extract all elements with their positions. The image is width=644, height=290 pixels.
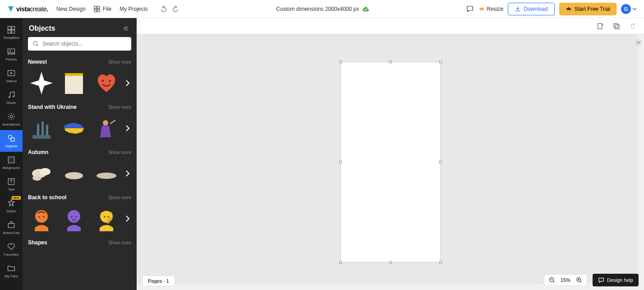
object-kid-yellow[interactable]	[93, 205, 120, 232]
nav-background[interactable]: Bckground	[0, 152, 23, 173]
show-more-shapes[interactable]: Show more	[108, 240, 131, 245]
svg-rect-3	[97, 9, 100, 11]
object-ukraine-map[interactable]	[60, 115, 87, 142]
object-clouds-1[interactable]	[28, 160, 55, 187]
next-arrow-icon[interactable]	[123, 169, 132, 178]
search-input[interactable]	[42, 41, 127, 47]
svg-point-12	[13, 96, 14, 97]
nav-text[interactable]: Text	[0, 173, 23, 195]
resize-handle[interactable]	[339, 161, 342, 164]
svg-rect-27	[41, 122, 44, 135]
svg-point-11	[9, 96, 10, 98]
object-star[interactable]	[28, 70, 55, 97]
crown-icon	[566, 6, 572, 12]
nav-favorites[interactable]: Favorites	[0, 239, 23, 260]
show-more-newest[interactable]: Show more	[108, 60, 131, 65]
grid-icon	[94, 6, 100, 12]
resize-handle[interactable]	[439, 61, 442, 63]
nav-photos[interactable]: Photos	[0, 43, 23, 65]
document-title[interactable]: Custom dimensions 2000x4000 px	[276, 6, 369, 12]
svg-point-29	[103, 120, 108, 126]
delete-icon	[629, 22, 637, 30]
download-button[interactable]: Download	[508, 3, 554, 15]
object-heart-face[interactable]	[93, 70, 120, 97]
pages-button[interactable]: Pages · 1	[142, 276, 175, 286]
undo-icon[interactable]	[160, 5, 168, 13]
objects-panel: Objects NewestShow more Stand with Ukrai…	[23, 18, 137, 290]
object-kid-purple[interactable]	[60, 205, 87, 232]
nav-animations[interactable]: Animations	[0, 108, 23, 130]
nav-music[interactable]: Music	[0, 87, 23, 108]
nav-videos[interactable]: Videos	[0, 65, 23, 87]
svg-point-23	[102, 80, 104, 82]
styles-icon	[7, 199, 16, 208]
scrollbar-vertical[interactable]	[638, 34, 644, 290]
duplicate-icon[interactable]	[612, 22, 621, 30]
next-arrow-icon[interactable]	[123, 79, 132, 88]
svg-rect-19	[8, 224, 14, 228]
svg-rect-44	[598, 23, 602, 29]
resize-button[interactable]: Resize	[478, 6, 504, 12]
nav-rail: Templates Photos Videos Music Animations…	[0, 18, 23, 290]
file-menu[interactable]: File	[94, 6, 111, 12]
svg-point-14	[8, 113, 14, 119]
object-note[interactable]	[60, 70, 87, 97]
resize-handle[interactable]	[339, 261, 342, 264]
show-more-school[interactable]: Show more	[108, 195, 131, 200]
objects-icon	[7, 134, 16, 143]
panel-title: Objects	[29, 24, 55, 33]
search-objects[interactable]	[28, 37, 131, 51]
category-newest: Newest	[28, 59, 47, 65]
account-menu[interactable]: G	[621, 4, 637, 14]
svg-point-15	[8, 135, 12, 139]
new-design-link[interactable]: New Design	[56, 6, 86, 12]
svg-point-42	[104, 216, 106, 218]
nav-styles[interactable]: NEWStyles	[0, 195, 23, 217]
svg-rect-4	[8, 27, 11, 30]
next-arrow-icon[interactable]	[123, 214, 132, 223]
svg-rect-25	[32, 135, 51, 139]
add-page-icon[interactable]	[596, 22, 604, 30]
resize-handle[interactable]	[439, 261, 442, 264]
object-musician[interactable]	[93, 115, 120, 142]
object-kid-orange[interactable]	[28, 205, 55, 232]
object-statue[interactable]	[28, 115, 55, 142]
gear-icon[interactable]	[635, 39, 642, 46]
svg-point-43	[108, 216, 109, 218]
resize-handle[interactable]	[389, 61, 392, 63]
canvas-area: Pages · 1 15% Design help	[137, 18, 644, 290]
nav-my-files[interactable]: My Files	[0, 260, 23, 282]
logo[interactable]: vistacreate.	[7, 5, 48, 13]
svg-point-36	[39, 216, 40, 218]
object-clouds-3[interactable]	[93, 160, 120, 187]
nav-brand-kits[interactable]: Brand Kits	[0, 217, 23, 239]
heart-icon	[7, 242, 16, 251]
my-projects-link[interactable]: My Projects	[120, 6, 148, 12]
canvas-viewport[interactable]	[137, 34, 644, 290]
collapse-panel-icon[interactable]	[123, 25, 130, 32]
zoom-value[interactable]: 15%	[561, 277, 570, 283]
design-help-button[interactable]: Design help	[593, 274, 639, 286]
svg-point-13	[10, 116, 13, 118]
logo-text: vistacreate.	[16, 5, 48, 13]
object-clouds-2[interactable]	[60, 160, 87, 187]
nav-objects[interactable]: Objects	[0, 130, 23, 152]
artboard[interactable]	[340, 62, 441, 262]
resize-handle[interactable]	[389, 261, 392, 264]
animations-icon	[7, 112, 16, 121]
chat-icon	[598, 277, 604, 283]
show-more-ukraine[interactable]: Show more	[108, 105, 131, 110]
svg-rect-0	[94, 6, 97, 8]
comment-icon[interactable]	[466, 5, 474, 13]
resize-handle[interactable]	[339, 61, 342, 63]
category-ukraine: Stand with Ukraine	[28, 104, 77, 110]
resize-handle[interactable]	[439, 161, 442, 164]
zoom-in-icon[interactable]	[576, 277, 582, 283]
nav-templates[interactable]: Templates	[0, 22, 23, 43]
svg-point-9	[9, 50, 11, 51]
show-more-autumn[interactable]: Show more	[108, 150, 131, 155]
redo-icon[interactable]	[171, 5, 179, 13]
start-trial-button[interactable]: Start Free Trial	[559, 3, 616, 15]
next-arrow-icon[interactable]	[123, 124, 132, 133]
zoom-out-icon[interactable]	[549, 277, 555, 283]
